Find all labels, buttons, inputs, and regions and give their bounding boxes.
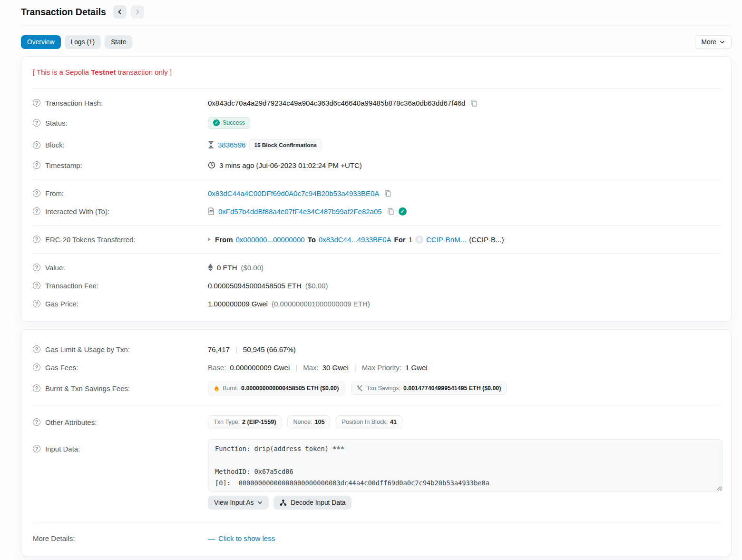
help-icon[interactable]: ? (33, 119, 40, 127)
block-label: Block: (45, 141, 65, 149)
from-address-link[interactable]: 0x83dC44a4C00DFf69d0A0c7c94B20b53a4933BE… (208, 189, 379, 197)
chevron-down-icon (257, 500, 263, 505)
erc20-transfers-label-group: ? ERC-20 Tokens Transferred: (33, 236, 208, 244)
tab-overview[interactable]: Overview (21, 35, 61, 49)
help-icon[interactable]: ? (33, 418, 40, 426)
status-badge: ✓ Success (208, 117, 250, 129)
decode-input-data-label: Decode Input Data (291, 499, 345, 506)
interacted-with-row: ? Interacted With (To): 0xFd57b4ddBf88a4… (33, 202, 720, 220)
burnt-value: 0.000000000000458505 ETH ($0.00) (241, 385, 339, 392)
transaction-hash-label: Transaction Hash: (45, 99, 103, 107)
erc20-token-link[interactable]: CCIP-BnM... (426, 236, 466, 244)
help-icon[interactable]: ? (33, 445, 40, 452)
erc20-token-symbol: (CCIP-B...) (469, 236, 504, 244)
txn-savings-label: Txn Savings: (366, 385, 400, 392)
burnt-badge: Burnt: 0.000000000000458505 ETH ($0.00) (208, 382, 344, 395)
divider (33, 405, 720, 405)
burnt-label: Burnt: (223, 385, 238, 392)
help-icon[interactable]: ? (33, 207, 40, 215)
transaction-details-page: Transaction Details Overview Logs (1) St… (0, 0, 742, 560)
show-less-label: Click to show less (218, 534, 275, 542)
show-less-link[interactable]: — Click to show less (208, 534, 275, 542)
erc20-for-label: For (394, 236, 405, 244)
decode-input-data-button[interactable]: Decode Input Data (273, 496, 351, 510)
burnt-savings-label: Burnt & Txn Savings Fees: (45, 384, 130, 393)
more-button[interactable]: More (695, 35, 732, 49)
gas-price-value: 1.000000009 Gwei (208, 300, 268, 308)
tab-state[interactable]: State (105, 35, 132, 49)
input-data-row: ? Input Data: Function: drip(address tok… (33, 434, 720, 514)
more-details-label-group: More Details: (33, 534, 208, 542)
help-icon[interactable]: ? (33, 345, 40, 353)
txn-type-badge: Txn Type: 2 (EIP-1559) (208, 415, 282, 429)
chevron-left-icon (117, 9, 123, 15)
page-title: Transaction Details (21, 7, 106, 18)
view-input-as-button[interactable]: View Input As (208, 496, 269, 510)
timestamp-value: 3 mins ago (Jul-06-2023 01:02:24 PM +UTC… (219, 161, 362, 169)
clock-icon (208, 161, 215, 169)
status-badge-label: Success (223, 119, 245, 126)
status-label-group: ? Status: (33, 119, 208, 127)
copy-icon[interactable] (384, 189, 392, 197)
gas-limit-row: ? Gas Limit & Usage by Txn: 76,417 | 50,… (33, 340, 720, 358)
transaction-fee-usd: ($0.00) (305, 282, 328, 290)
gas-used-value: 50,945 (66.67%) (243, 345, 296, 354)
help-icon[interactable]: ? (33, 282, 40, 289)
block-number-link[interactable]: 3836596 (218, 141, 245, 149)
gas-price-label-group: ? Gas Price: (33, 300, 208, 308)
gas-price-row: ? Gas Price: 1.000000009 Gwei (0.0000000… (33, 295, 720, 313)
timestamp-row: ? Timestamp: 3 mins ago (Jul-06-2023 01:… (33, 156, 720, 174)
gas-fees-row: ? Gas Fees: Base: 0.000000009 Gwei | Max… (33, 358, 720, 376)
testnet-warning-prefix: [ This is a Sepolia (33, 68, 91, 76)
minus-icon: — (208, 534, 215, 542)
verified-check-icon: ✓ (399, 207, 407, 216)
help-icon[interactable]: ? (33, 161, 40, 169)
header-divider (21, 24, 732, 24)
copy-icon[interactable] (470, 99, 478, 107)
caret-right-icon[interactable] (208, 237, 211, 241)
transaction-fee-value: 0.000050945000458505 ETH (208, 282, 302, 290)
help-icon[interactable]: ? (33, 264, 40, 271)
help-icon[interactable]: ? (33, 384, 40, 392)
gas-fees-label-group: ? Gas Fees: (33, 364, 208, 372)
testnet-warning: [ This is a Sepolia Testnet transaction … (33, 67, 720, 84)
copy-icon[interactable] (387, 207, 395, 216)
help-icon[interactable]: ? (33, 189, 40, 197)
gas-limit-label-group: ? Gas Limit & Usage by Txn: (33, 345, 208, 354)
from-label-group: ? From: (33, 189, 208, 197)
value-row: ? Value: 0 ETH ($0.00) (33, 258, 720, 276)
hourglass-icon (208, 141, 214, 148)
page-header: Transaction Details (0, 0, 742, 19)
interacted-with-address-link[interactable]: 0xFd57b4ddBf88a4e07fF4e34C487b99af2Fe82a… (218, 207, 382, 216)
transaction-hash-row: ? Transaction Hash: 0x843dc70a4a29d79234… (33, 94, 720, 112)
help-icon[interactable]: ? (33, 300, 40, 307)
tools-icon (357, 385, 363, 392)
erc20-transfer-item: From 0x000000...00000000 To 0x83dC44...4… (208, 236, 504, 244)
help-icon[interactable]: ? (33, 364, 40, 371)
help-icon[interactable]: ? (33, 236, 40, 243)
value-label: Value: (45, 264, 65, 272)
more-button-label: More (702, 39, 716, 46)
erc20-to-address-link[interactable]: 0x83dC44...4933BE0A (319, 236, 391, 244)
input-data-textarea[interactable]: Function: drip(address token) *** Method… (208, 439, 722, 491)
previous-transaction-button[interactable] (113, 5, 127, 19)
txn-savings-badge: Txn Savings: 0.001477404999541495 ETH ($… (351, 382, 507, 395)
timestamp-label-group: ? Timestamp: (33, 161, 208, 169)
burnt-savings-row: ? Burnt & Txn Savings Fees: Burnt: 0.000… (33, 376, 720, 400)
status-label: Status: (45, 119, 68, 127)
max-priority-fee-label: Max Priority: (362, 364, 401, 372)
next-transaction-button[interactable] (131, 5, 144, 19)
fire-icon (214, 385, 220, 392)
tab-logs[interactable]: Logs (1) (65, 35, 101, 49)
erc20-from-address-link[interactable]: 0x000000...00000000 (236, 236, 305, 244)
erc20-to-label: To (308, 236, 316, 244)
divider (33, 524, 720, 524)
help-icon[interactable]: ? (33, 99, 40, 107)
divider (33, 225, 720, 226)
help-icon[interactable]: ? (33, 141, 40, 149)
value-amount: 0 ETH (217, 264, 237, 272)
gas-fees-label: Gas Fees: (45, 364, 78, 372)
gas-price-label: Gas Price: (45, 300, 78, 308)
gas-price-eth: (0.000000001000000009 ETH) (272, 300, 370, 308)
chevron-right-icon (135, 9, 140, 15)
